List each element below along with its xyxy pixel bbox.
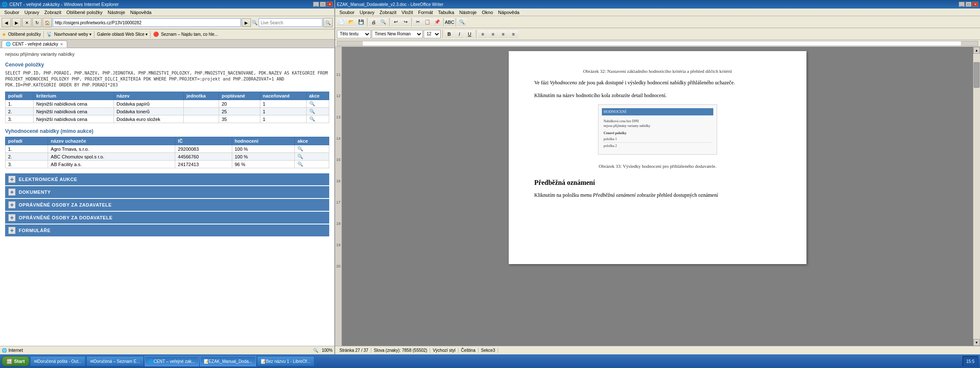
col-nazev-uch: název uchazeče: [48, 137, 175, 145]
taskbar-item-ezak[interactable]: 📝 EZAK_Manual_Doda...: [200, 356, 256, 366]
scroll-up-button[interactable]: ▲: [973, 47, 980, 54]
style-dropdown[interactable]: Tělo textu: [337, 30, 371, 38]
address-bar[interactable]: [53, 18, 241, 27]
find-button[interactable]: 🔍: [457, 17, 467, 27]
formulare-row[interactable]: + FORMULÁŘE: [5, 224, 329, 236]
taskbar-item-seznam[interactable]: ✉ Doručená – Seznam E...: [86, 356, 144, 366]
search-icon-cell[interactable]: 🔍: [306, 108, 329, 115]
maximize-button[interactable]: □: [320, 2, 326, 7]
redo-button[interactable]: ↪: [401, 17, 410, 27]
align-center-button[interactable]: ≡: [488, 29, 498, 39]
home-button[interactable]: 🏠: [43, 18, 52, 27]
writer-menu-nastroje[interactable]: Nástroje: [457, 9, 479, 16]
writer-menu-zobrazit[interactable]: Zobrazit: [377, 9, 399, 16]
writer-toolbar2: Tělo textu Times New Roman 12 B I U ≡ ≡ …: [335, 28, 980, 40]
spellcheck-button[interactable]: ABC: [445, 17, 454, 27]
writer-close-button[interactable]: ✕: [972, 2, 978, 7]
tab-close-button[interactable]: ✕: [60, 42, 63, 46]
writer-menu-tabulka[interactable]: Tabulka: [436, 9, 457, 16]
back-button[interactable]: ◀: [2, 18, 11, 27]
link-galerie[interactable]: Galerie oblasti Web Slice ▾: [97, 32, 148, 37]
page-num: 11: [336, 72, 340, 77]
writer-minimize-button[interactable]: _: [959, 2, 965, 7]
align-right-button[interactable]: ≡: [499, 29, 508, 39]
browser-tab-cent[interactable]: 🌐 CENT - veřejné zakázky ✕: [2, 40, 67, 48]
paste-button[interactable]: 📌: [433, 17, 442, 27]
save-button[interactable]: 💾: [356, 17, 366, 27]
screenshot-sub-row: položka 2: [604, 143, 712, 149]
taskbar-item-outlook[interactable]: ✉ Doručená pošta - Out...: [30, 356, 85, 366]
menu-zobrazit[interactable]: Zobrazit: [42, 9, 64, 16]
bold-button[interactable]: B: [444, 29, 454, 39]
link-oblibene[interactable]: Oblíbené položky: [8, 32, 41, 37]
zoom-icon: 🔍: [313, 348, 318, 353]
scroll-down-button[interactable]: ▼: [973, 339, 980, 346]
menu-nastroje[interactable]: Nástroje: [105, 9, 128, 16]
forward-button[interactable]: ▶: [12, 18, 21, 27]
cell-hodnoceni: 100 %: [232, 145, 295, 153]
cell-poradi: 3.: [6, 161, 48, 168]
elektronicke-aukce-row[interactable]: + ELEKTRONICKÉ AUKCE: [5, 173, 329, 185]
browser-panel: 🌐 CENT - veřejné zakázky - Windows Inter…: [0, 0, 335, 354]
search-action-icon[interactable]: 🔍: [295, 161, 329, 168]
col-nacehovane: naceňované: [260, 92, 306, 100]
go-button[interactable]: ▶: [242, 18, 251, 27]
underline-button[interactable]: U: [465, 29, 474, 39]
font-dropdown[interactable]: Times New Roman: [372, 30, 423, 38]
close-button[interactable]: ✕: [327, 2, 333, 7]
taskbar-item-cent[interactable]: 🌐 CENT – veřejné zak...: [145, 356, 199, 366]
search-icon-cell[interactable]: 🔍: [306, 100, 329, 108]
minimize-button[interactable]: _: [313, 2, 319, 7]
cut-button[interactable]: ✂: [413, 17, 422, 27]
table-row: 3. Nejnižší nabídková cena Dodávka euro …: [6, 115, 329, 123]
link-navrhweby[interactable]: Navrhované weby ▾: [54, 32, 91, 37]
menu-oblibene[interactable]: Oblíbené položky: [64, 9, 105, 16]
search-input[interactable]: [259, 18, 322, 27]
scrollbar-thumb[interactable]: [974, 62, 980, 88]
plus-icon: +: [9, 227, 15, 234]
copy-button[interactable]: 📋: [423, 17, 432, 27]
writer-menu-vlozit[interactable]: Vložit: [399, 9, 416, 16]
writer-menu-upravy[interactable]: Upravy: [357, 9, 377, 16]
opravnene-zadavatel-row[interactable]: + OPRÁVNĚNÉ OSOBY ZA ZADAVATELE: [5, 199, 329, 211]
scrollbar-track[interactable]: [973, 54, 980, 339]
search-action-icon[interactable]: 🔍: [295, 145, 329, 153]
separator: [389, 18, 390, 26]
undo-button[interactable]: ↩: [391, 17, 400, 27]
page-num: 13: [336, 115, 340, 119]
new-button[interactable]: 📄: [337, 17, 346, 27]
page-num: 19: [336, 243, 340, 247]
start-button[interactable]: 🪟 Start: [2, 356, 29, 366]
print-button[interactable]: 🖨: [369, 17, 378, 27]
writer-icon2: 📝: [261, 359, 266, 364]
writer-menu-okno[interactable]: Okno: [479, 9, 496, 16]
taskbar-item-libreoffice[interactable]: 📝 Bez názvu 1 - LibreOf...: [257, 356, 314, 366]
menu-napoveda[interactable]: Nápověda: [128, 9, 154, 16]
search-go-button[interactable]: 🔍: [323, 18, 333, 27]
stop-button[interactable]: ✕: [22, 18, 31, 27]
open-button[interactable]: 📂: [347, 17, 356, 27]
link-seznam[interactable]: Seznam – Najdu tam, co hle...: [161, 32, 218, 37]
separator: [442, 30, 443, 38]
cell-nazev-uch: Agro Trnava, s.r.o.: [48, 145, 175, 153]
print-preview-button[interactable]: 🔍: [379, 17, 388, 27]
writer-menu-soubor[interactable]: Soubor: [337, 9, 357, 16]
search-icon-cell[interactable]: 🔍: [306, 115, 329, 123]
document-area[interactable]: Obrázek 32: Nastavení základního hodnoti…: [342, 47, 973, 346]
opravnene-dodavatel-row[interactable]: + OPRÁVNĚNÉ OSOBY ZA DODAVATELE: [5, 212, 329, 224]
writer-title: EZAK_Manual_Dodavatele_v2.3.doc - LibreO…: [337, 2, 443, 7]
menu-upravy[interactable]: Upravy: [22, 9, 42, 16]
writer-maximize-button[interactable]: □: [966, 2, 971, 7]
search-action-icon[interactable]: 🔍: [295, 153, 329, 161]
menu-soubor[interactable]: Soubor: [2, 9, 22, 16]
justify-button[interactable]: ≡: [509, 29, 518, 39]
align-left-button[interactable]: ≡: [478, 29, 487, 39]
writer-menu-format[interactable]: Formát: [416, 9, 436, 16]
nav-bar: ◀ ▶ ✕ ↻ 🏠 ▶ 🔍 🔍: [1, 17, 333, 28]
italic-button[interactable]: I: [455, 29, 464, 39]
size-dropdown[interactable]: 12: [424, 30, 441, 38]
writer-menu-napoveda[interactable]: Nápověda: [496, 9, 522, 16]
screenshot-content: Nabídková cena bez DPH nejsou přijímány …: [602, 117, 713, 151]
refresh-button[interactable]: ↻: [32, 18, 42, 27]
dokumenty-row[interactable]: + DOKUMENTY: [5, 186, 329, 198]
